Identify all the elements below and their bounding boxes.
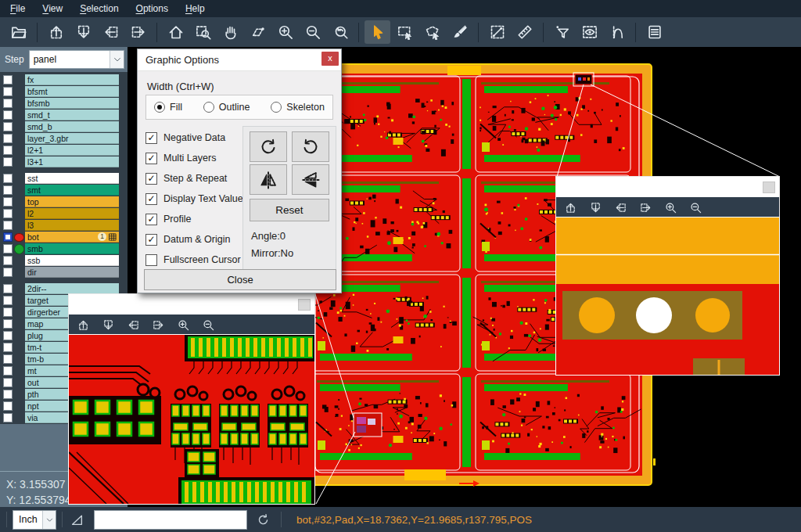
layer-visibility-checkbox[interactable] bbox=[3, 268, 13, 277]
pan-right-button[interactable] bbox=[151, 318, 165, 332]
layer-visibility-checkbox[interactable] bbox=[3, 378, 13, 387]
layer-visibility-checkbox[interactable] bbox=[3, 134, 13, 143]
radio-outline[interactable]: Outline bbox=[203, 102, 250, 113]
layer-visibility-checkbox[interactable] bbox=[3, 413, 13, 422]
layer-name[interactable]: bot1 bbox=[25, 232, 119, 243]
layer-visibility-checkbox[interactable] bbox=[3, 99, 13, 108]
window-button[interactable] bbox=[298, 299, 311, 311]
mirror-horizontal-button[interactable] bbox=[250, 164, 287, 195]
layer-name[interactable]: dir bbox=[25, 267, 119, 278]
layer-visibility-checkbox[interactable] bbox=[3, 256, 13, 265]
layer-name[interactable]: ssb bbox=[25, 255, 119, 266]
layer-name[interactable]: l3 bbox=[25, 220, 119, 231]
layer-visibility-checkbox[interactable] bbox=[3, 146, 13, 155]
zoom-in-button[interactable] bbox=[176, 318, 190, 332]
checkbox-profile[interactable]: ✓Profile bbox=[145, 209, 243, 229]
layer-visibility-checkbox[interactable] bbox=[3, 122, 13, 131]
command-input[interactable] bbox=[94, 510, 247, 530]
report-button[interactable] bbox=[641, 20, 667, 44]
open-button[interactable] bbox=[5, 20, 31, 44]
zoom-out-button[interactable] bbox=[688, 200, 702, 214]
dialog-titlebar[interactable]: Graphic Options x bbox=[138, 49, 341, 71]
layer-name[interactable]: bfsmb bbox=[25, 98, 119, 109]
layer-name[interactable]: smt bbox=[25, 185, 119, 196]
pan-up-button[interactable] bbox=[563, 200, 577, 214]
menu-selection[interactable]: Selection bbox=[71, 0, 127, 17]
measure-button[interactable] bbox=[484, 20, 510, 44]
layer-visibility-checkbox[interactable] bbox=[3, 110, 13, 120]
zoom-window-titlebar[interactable] bbox=[556, 177, 779, 197]
eye-button[interactable] bbox=[577, 20, 602, 44]
mirror-vertical-button[interactable] bbox=[292, 164, 329, 195]
zoom-out-button[interactable] bbox=[300, 20, 325, 44]
layer-visibility-checkbox[interactable] bbox=[3, 401, 13, 411]
checkbox-step-repeat[interactable]: ✓Step & Repeat bbox=[145, 168, 243, 189]
menu-file[interactable]: File bbox=[2, 0, 34, 17]
checkbox-multi-layers[interactable]: ✓Multi Layers bbox=[145, 148, 243, 168]
close-button[interactable]: Close bbox=[144, 269, 336, 290]
brush-button[interactable] bbox=[447, 20, 472, 44]
hand-button[interactable] bbox=[217, 20, 243, 44]
pan-right-button[interactable] bbox=[638, 200, 652, 214]
pan-left-button[interactable] bbox=[98, 20, 124, 44]
rotate-cw-button[interactable] bbox=[250, 131, 287, 162]
checkbox-datum-origin[interactable]: ✓Datum & Origin bbox=[145, 229, 243, 250]
layer-name[interactable]: fx bbox=[25, 74, 119, 85]
home-button[interactable] bbox=[163, 20, 189, 44]
ruler-button[interactable] bbox=[512, 20, 537, 44]
layer-visibility-checkbox[interactable] bbox=[3, 343, 13, 352]
layer-name[interactable]: top bbox=[25, 196, 119, 207]
zoom-window-titlebar[interactable] bbox=[69, 294, 314, 315]
step-select[interactable]: panel bbox=[29, 50, 124, 69]
checkbox-display-text-value[interactable]: ✓Display Text Value bbox=[145, 189, 243, 209]
zoom-window-bottom-left[interactable] bbox=[68, 293, 315, 505]
menu-help[interactable]: Help bbox=[177, 0, 214, 17]
refresh-icon[interactable] bbox=[257, 513, 270, 527]
layer-visibility-checkbox[interactable] bbox=[3, 232, 13, 242]
layer-visibility-checkbox[interactable] bbox=[3, 87, 13, 96]
layer-visibility-checkbox[interactable] bbox=[3, 221, 13, 230]
layer-visibility-checkbox[interactable] bbox=[3, 75, 13, 84]
zoom-out-button[interactable] bbox=[201, 318, 215, 332]
layer-visibility-checkbox[interactable] bbox=[3, 244, 13, 253]
layer-visibility-checkbox[interactable] bbox=[3, 307, 13, 317]
layer-name[interactable]: layer_3.gbr bbox=[25, 133, 119, 144]
close-icon[interactable]: x bbox=[321, 52, 339, 66]
checkbox-fullscreen-cursor[interactable]: Fullscreen Cursor bbox=[145, 250, 243, 270]
pan-down-button[interactable] bbox=[101, 318, 115, 332]
menu-view[interactable]: View bbox=[34, 0, 71, 17]
layer-name[interactable]: smd_b bbox=[25, 121, 119, 132]
drag-view-button[interactable] bbox=[245, 20, 271, 44]
angle-tool-icon[interactable] bbox=[70, 513, 84, 527]
snap-button[interactable] bbox=[604, 20, 630, 44]
layer-name[interactable]: smd_t bbox=[25, 110, 119, 120]
pan-down-button[interactable] bbox=[588, 200, 602, 214]
layer-visibility-checkbox[interactable] bbox=[3, 390, 13, 399]
layer-name[interactable]: l2 bbox=[25, 208, 119, 219]
radio-skeleton[interactable]: Skeleton bbox=[271, 102, 325, 113]
layer-name[interactable]: 2dir-- bbox=[25, 283, 119, 294]
filter-button[interactable] bbox=[549, 20, 575, 44]
layer-visibility-checkbox[interactable] bbox=[3, 185, 13, 195]
zoom-previous-button[interactable] bbox=[327, 20, 353, 44]
zoom-window-button[interactable] bbox=[190, 20, 216, 44]
rotate-ccw-button[interactable] bbox=[292, 131, 329, 162]
zoom-window-right[interactable] bbox=[555, 176, 780, 374]
pan-up-button[interactable] bbox=[76, 318, 90, 332]
layer-visibility-checkbox[interactable] bbox=[3, 366, 13, 376]
pan-up-button[interactable] bbox=[43, 20, 69, 44]
pan-left-button[interactable] bbox=[126, 318, 140, 332]
layer-visibility-checkbox[interactable] bbox=[3, 209, 13, 218]
select-rect-button[interactable] bbox=[392, 20, 418, 44]
unit-select[interactable]: Inch bbox=[13, 510, 56, 530]
checkbox-negative-data[interactable]: ✓Negative Data bbox=[145, 128, 243, 148]
layer-name[interactable]: smb bbox=[25, 243, 119, 254]
pan-down-button[interactable] bbox=[70, 20, 96, 44]
select-button[interactable] bbox=[365, 20, 390, 44]
layer-visibility-checkbox[interactable] bbox=[3, 157, 13, 167]
layer-visibility-checkbox[interactable] bbox=[3, 284, 13, 293]
layer-visibility-checkbox[interactable] bbox=[3, 354, 13, 364]
layer-name[interactable]: l2+1 bbox=[25, 145, 119, 156]
layer-visibility-checkbox[interactable] bbox=[3, 296, 13, 305]
reset-button[interactable]: Reset bbox=[250, 199, 329, 221]
